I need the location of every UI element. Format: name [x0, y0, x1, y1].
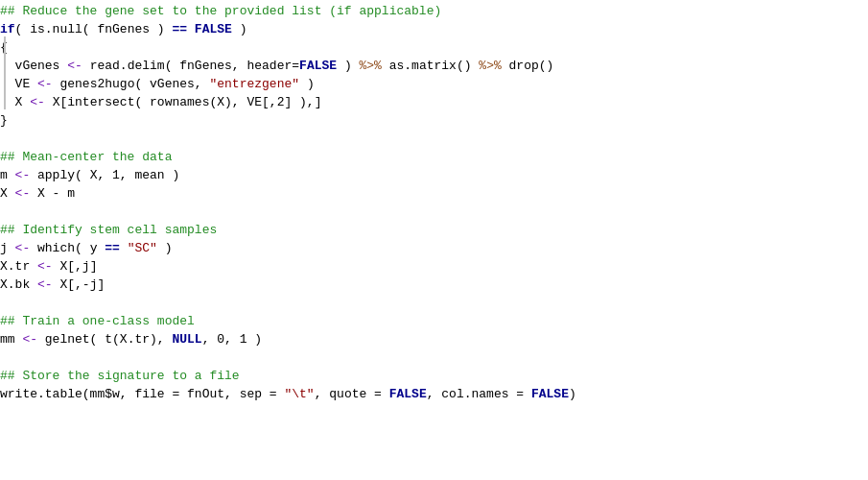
code-line-21: ## Store the signature to a file [0, 369, 868, 387]
line-content-6: X <- X[intersect( rownames(X), VE[,2] ),… [0, 95, 321, 109]
code-line-7: } [0, 113, 868, 132]
code-line-15: X.tr <- X[,j] [0, 259, 868, 277]
code-token: <- [22, 332, 37, 347]
code-lines: ## Reduce the gene set to the provided l… [0, 4, 868, 405]
code-token: gelnet( t(X.tr), [37, 332, 172, 347]
code-token: which( y [30, 241, 105, 255]
code-token: FALSE [389, 387, 427, 401]
code-token: if [0, 22, 15, 36]
code-token: X.bk [0, 277, 37, 292]
line-content-20 [0, 350, 8, 365]
code-line-5: VE <- genes2hugo( vGenes, "entrezgene" ) [0, 77, 868, 95]
line-content-22: write.table(mm$w, file = fnOut, sep = "\… [0, 387, 576, 401]
code-token: ## Mean-center the data [0, 150, 172, 164]
code-token: } [0, 113, 8, 128]
code-token: <- [15, 186, 31, 201]
code-token: == [105, 241, 120, 255]
code-token: ## Reduce the gene set to the provided l… [0, 4, 441, 18]
code-token: drop() [502, 59, 554, 73]
code-token: "\t" [284, 387, 314, 401]
line-content-8 [0, 132, 8, 146]
code-token: <- [67, 59, 82, 73]
code-token: apply( X, 1, mean ) [30, 168, 179, 182]
line-content-13: ## Identify stem cell samples [0, 223, 217, 237]
code-token: FALSE [195, 22, 232, 36]
code-token: m [0, 168, 15, 182]
line-content-9: ## Mean-center the data [0, 150, 172, 164]
code-line-20 [0, 350, 868, 369]
code-token: <- [37, 77, 53, 91]
line-content-4: vGenes <- read.delim( fnGenes, header=FA… [0, 59, 553, 73]
code-token: ## Identify stem cell samples [0, 223, 217, 237]
code-token: X[,j] [53, 259, 98, 274]
code-token: ) [569, 387, 576, 401]
line-content-10: m <- apply( X, 1, mean ) [0, 168, 179, 182]
code-token: mm [0, 332, 22, 347]
code-token: == [172, 22, 187, 36]
code-token: ## Store the signature to a file [0, 369, 240, 383]
code-token: vGenes [0, 59, 67, 73]
code-line-22: write.table(mm$w, file = fnOut, sep = "\… [0, 387, 868, 405]
code-token: , 0, 1 ) [202, 332, 262, 347]
code-editor: ## Reduce the gene set to the provided l… [0, 0, 868, 480]
line-content-14: j <- which( y == "SC" ) [0, 241, 172, 255]
code-line-14: j <- which( y == "SC" ) [0, 241, 868, 259]
code-token: "entrezgene" [209, 77, 299, 91]
code-line-13: ## Identify stem cell samples [0, 223, 868, 241]
code-line-16: X.bk <- X[,-j] [0, 277, 868, 296]
code-token: X[intersect( rownames(X), VE[,2] ),] [45, 95, 322, 109]
code-token: "SC" [128, 241, 157, 255]
code-line-1: ## Reduce the gene set to the provided l… [0, 4, 868, 22]
line-content-7: } [0, 113, 8, 128]
code-token: X.tr [0, 259, 37, 274]
code-token: genes2hugo( vGenes, [53, 77, 210, 91]
line-content-19: mm <- gelnet( t(X.tr), NULL, 0, 1 ) [0, 332, 262, 347]
code-token: as.matrix() [382, 59, 479, 73]
code-line-4: vGenes <- read.delim( fnGenes, header=FA… [0, 59, 868, 77]
code-line-2: if( is.null( fnGenes ) == FALSE ) [0, 22, 868, 40]
line-content-1: ## Reduce the gene set to the provided l… [0, 4, 441, 18]
code-line-9: ## Mean-center the data [0, 150, 868, 168]
code-line-18: ## Train a one-class model [0, 314, 868, 332]
code-token: <- [30, 95, 45, 109]
line-content-17 [0, 296, 8, 310]
code-token: <- [37, 277, 53, 292]
code-token [120, 241, 128, 255]
code-line-8 [0, 132, 868, 150]
code-token: <- [15, 168, 31, 182]
code-token: <- [15, 241, 31, 255]
code-line-3: { [0, 40, 868, 59]
code-token: read.delim( fnGenes, header= [82, 59, 299, 73]
code-line-19: mm <- gelnet( t(X.tr), NULL, 0, 1 ) [0, 332, 868, 350]
code-token: ) [157, 241, 173, 255]
code-token: NULL [172, 332, 201, 347]
code-line-11: X <- X - m [0, 186, 868, 204]
code-token: %>% [360, 59, 382, 73]
line-content-5: VE <- genes2hugo( vGenes, "entrezgene" ) [0, 77, 315, 91]
fold-indicator [4, 36, 6, 109]
code-token [187, 22, 195, 36]
code-line-17 [0, 296, 868, 314]
code-token: , quote = [315, 387, 389, 401]
code-token: ) [337, 59, 359, 73]
line-content-16: X.bk <- X[,-j] [0, 277, 105, 292]
line-content-18: ## Train a one-class model [0, 314, 195, 328]
line-content-15: X.tr <- X[,j] [0, 259, 97, 274]
code-token: FALSE [531, 387, 569, 401]
code-token: X - m [30, 186, 75, 201]
code-token: ) [232, 22, 247, 36]
code-token: , col.names = [427, 387, 531, 401]
code-token: <- [37, 259, 53, 274]
code-line-12 [0, 204, 868, 223]
line-content-21: ## Store the signature to a file [0, 369, 240, 383]
line-content-2: if( is.null( fnGenes ) == FALSE ) [0, 22, 246, 36]
line-content-11: X <- X - m [0, 186, 75, 201]
code-token: ( is.null( fnGenes ) [15, 22, 173, 36]
code-token: ) [299, 77, 315, 91]
code-token: FALSE [299, 59, 337, 73]
code-token: %>% [479, 59, 501, 73]
code-token: X[,-j] [53, 277, 106, 292]
code-token: write.table(mm$w, file = fnOut, sep = [0, 387, 284, 401]
line-content-12 [0, 204, 8, 219]
code-token: X [0, 186, 15, 201]
